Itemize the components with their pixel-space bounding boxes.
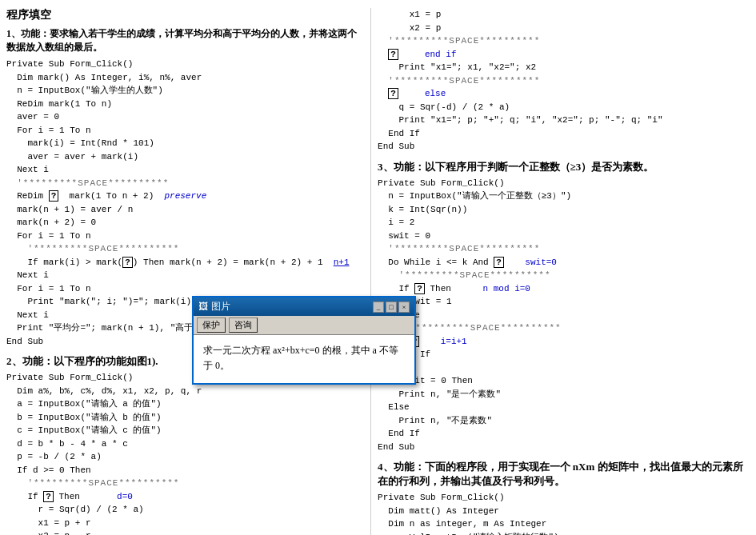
- preserve-note: preserve: [164, 191, 206, 201]
- blank-3: ?: [43, 491, 54, 502]
- dialog-save-btn[interactable]: 保护: [197, 317, 226, 333]
- left-panel: 程序填空 1、功能：要求输入若干学生的成绩，计算平均分和高于平均分的人数，并将这…: [6, 8, 371, 535]
- section-title: 程序填空: [6, 8, 364, 22]
- blank-5: ?: [388, 88, 398, 99]
- dialog-toolbar: 保护 咨询: [194, 316, 414, 335]
- q2-code: Private Sub Form_Click() Dim a%, b%, c%,…: [6, 371, 364, 535]
- dialog-title-text: 图片: [211, 300, 230, 313]
- dialog-minimize-btn[interactable]: _: [373, 301, 384, 313]
- dialog-titlebar: 🖼 图片 _ □ ×: [194, 297, 414, 316]
- q3-code: Private Sub Form_Click() n = InputBox("请…: [378, 177, 750, 454]
- dialog-content: 求一元二次方程 ax²+bx+c=0 的根，其中 a 不等于 0。: [194, 335, 414, 383]
- q4-title: 4、功能：下面的程序段，用于实现在一个 nXm 的矩阵中，找出值最大的元素所在的…: [378, 460, 750, 489]
- dialog-window: 🖼 图片 _ □ × 保护 咨询 求一元二次方程 ax²+bx+c=0 的根，其…: [192, 296, 416, 385]
- n1-note[interactable]: n+1: [334, 258, 350, 267]
- blank-7: ?: [414, 283, 425, 294]
- dialog-text: 求一元二次方程 ax²+bx+c=0 的根，其中 a 不等于 0。: [203, 345, 398, 371]
- dialog-icon: 🖼: [198, 301, 208, 313]
- dialog-btn-group: _ □ ×: [373, 301, 410, 313]
- r1-code: x1 = p x2 = p '*********SPACE********** …: [378, 8, 750, 154]
- dialog-consult-btn[interactable]: 咨询: [229, 317, 258, 333]
- page-container: 程序填空 1、功能：要求输入若干学生的成绩，计算平均分和高于平均分的人数，并将这…: [0, 0, 756, 535]
- dialog-title-left: 🖼 图片: [198, 300, 230, 313]
- blank-2: ?: [122, 257, 133, 268]
- q1-title: 1、功能：要求输入若干学生的成绩，计算平均分和高于平均分的人数，并将这两个数据放…: [6, 27, 364, 54]
- dialog-maximize-btn[interactable]: □: [386, 301, 397, 313]
- blank-4: ?: [388, 49, 398, 60]
- right-panel: x1 = p x2 = p '*********SPACE********** …: [371, 8, 750, 535]
- q3-title: 3、功能：以下程序用于判断一个正整数（≥3）是否为素数。: [378, 160, 750, 174]
- dialog-close-btn[interactable]: ×: [398, 301, 410, 313]
- blank-1: ?: [49, 190, 59, 202]
- blank-6: ?: [494, 257, 504, 268]
- q4-code: Private Sub Form_Click() Dim matt() As I…: [378, 491, 750, 535]
